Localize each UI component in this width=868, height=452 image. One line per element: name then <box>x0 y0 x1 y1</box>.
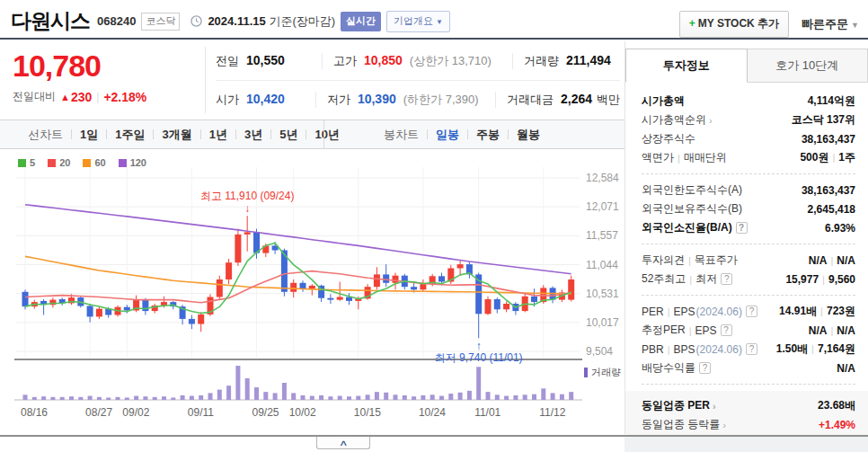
ma-legend-swatch <box>119 159 127 167</box>
divider: | <box>685 255 695 266</box>
tab-3년[interactable]: 3년 <box>236 127 270 143</box>
tab-1일[interactable]: 1일 <box>72 127 106 143</box>
divider <box>323 120 324 148</box>
info-row: PER|EPS(2024.06)?14.91배|723원 <box>642 302 855 321</box>
tab-월봉[interactable]: 월봉 <box>509 127 548 143</box>
tab-10년[interactable]: 10년 <box>306 127 347 143</box>
info-value: 15,977|9,560 <box>785 273 855 286</box>
info-label: 52주최고|최저? <box>642 271 732 287</box>
my-stock-add-button[interactable]: +MY STOCK 추가 <box>679 11 789 38</box>
divider: | <box>827 325 837 336</box>
ohlc-value: 2,264 <box>561 92 592 106</box>
volume-bar <box>125 397 129 400</box>
x-tick-label: 10/02 <box>289 406 316 419</box>
info-value: 23.68배 <box>818 398 855 413</box>
candle-body <box>22 292 29 306</box>
divider <box>205 47 206 113</box>
tab-일봉[interactable]: 일봉 <box>428 127 467 143</box>
candle-body <box>300 283 306 288</box>
info-row: 외국인보유주식수(B)2,645,418 <box>642 199 855 218</box>
tab-봉차트: 봉차트 <box>376 127 427 143</box>
tab-주봉[interactable]: 주봉 <box>468 127 508 143</box>
help-icon[interactable]: ? <box>721 273 732 285</box>
info-value: N/A|N/A <box>809 324 855 337</box>
clock-icon <box>190 15 202 27</box>
info-row: 상장주식수38,163,437 <box>642 129 855 148</box>
info-label: 동일업종 PER› <box>642 398 716 413</box>
candlestick-chart: 12,58412,07111,55711,04410,53110,0179,50… <box>0 149 624 434</box>
ma20-line <box>25 271 571 303</box>
candle-chart-tabs: 봉차트일봉주봉월봉 <box>376 120 548 148</box>
candle-body <box>124 307 130 311</box>
ma-legend-swatch <box>83 159 91 167</box>
x-tick-label: 08/16 <box>21 406 48 419</box>
volume-bar <box>291 393 296 400</box>
x-tick-label: 09/11 <box>188 406 214 419</box>
company-overview-button[interactable]: 기업개요▼ <box>386 11 450 32</box>
candle-body <box>503 304 509 309</box>
stock-code: 068240 <box>97 14 136 28</box>
chevron-right-icon[interactable]: › <box>709 115 713 126</box>
volume-legend: 거래량 <box>584 366 621 379</box>
ohlc-cell: 저가10,390(하한가 7,390) <box>315 92 495 108</box>
ma-legend-label: 120 <box>130 157 146 168</box>
ma-legend-item: 60 <box>83 157 105 168</box>
bottom-strip <box>624 437 868 452</box>
panel-tab-투자정보[interactable]: 투자정보 <box>625 49 748 83</box>
chevron-down-icon: ▼ <box>851 21 859 30</box>
collapse-chart-button[interactable]: ∧ <box>316 437 370 449</box>
tab-5년[interactable]: 5년 <box>271 127 306 143</box>
help-icon[interactable]: ? <box>736 222 748 234</box>
info-row: 시가총액순위›코스닥 137위 <box>642 111 855 129</box>
chevron-right-icon[interactable]: › <box>713 401 716 412</box>
volume-bar <box>97 397 102 400</box>
ohlc-cell: 거래대금2,264백만 <box>495 92 620 108</box>
ma-legend-swatch <box>18 159 26 167</box>
volume-bar <box>199 395 203 400</box>
info-value: 38,163,437 <box>802 184 855 197</box>
ma-legend-item: 20 <box>48 157 70 168</box>
tab-1주일[interactable]: 1주일 <box>107 127 153 143</box>
chevron-up-icon: ∧ <box>339 439 349 447</box>
ohlc-value: 10,420 <box>246 92 285 106</box>
volume-legend-icon <box>584 368 588 377</box>
volume-bar <box>143 396 147 400</box>
info-label: PBR|BPS(2024.06)? <box>642 343 757 356</box>
help-icon[interactable]: ? <box>746 343 757 355</box>
ohlc-row: 전일10,550고가10,850(상한가 13,710)거래량211,494 <box>216 41 620 80</box>
realtime-badge[interactable]: 실시간 <box>341 12 381 31</box>
ohlc-cell: 시가10,420 <box>216 92 315 108</box>
info-label: 외국인한도주식수(A) <box>642 182 742 198</box>
info-row: 배당수익률?N/A <box>642 359 855 377</box>
ma-legend-item: 120 <box>119 157 146 168</box>
volume-bar <box>301 395 306 400</box>
help-icon[interactable]: ? <box>746 306 757 317</box>
divider <box>642 173 855 174</box>
info-label-date: (2024.06) <box>696 343 742 356</box>
candle-body <box>189 319 195 324</box>
volume-bar <box>41 396 46 400</box>
tab-3개월[interactable]: 3개월 <box>154 127 199 143</box>
chevron-right-icon[interactable]: › <box>722 420 726 430</box>
ohlc-row: 시가10,420저가10,390(하한가 7,390)거래대금2,264백만 <box>216 80 620 119</box>
volume-bar <box>235 366 240 400</box>
candle-body <box>217 279 223 297</box>
divider: | <box>686 325 695 336</box>
volume-bar <box>32 397 37 400</box>
panel-tab-호가 10단계[interactable]: 호가 10단계 <box>748 49 868 83</box>
candle-body <box>290 283 297 292</box>
volume-bar <box>384 393 388 400</box>
volume-bar <box>134 396 138 400</box>
help-icon[interactable]: ? <box>699 362 711 374</box>
info-row: 투자의견|목표주가N/A|N/A <box>642 251 855 270</box>
tab-1년[interactable]: 1년 <box>201 127 235 143</box>
ohlc-label: 전일 <box>216 53 239 69</box>
y-tick-label: 10,017 <box>586 316 619 329</box>
x-tick-label: 09/25 <box>252 406 279 419</box>
market-badge: 코스닥 <box>141 13 180 31</box>
quick-order-button[interactable]: 빠른주문▼ <box>802 16 859 32</box>
info-label: 시가총액순위› <box>642 112 713 128</box>
change-percent: +2.18% <box>103 90 146 104</box>
candle-body <box>337 297 343 300</box>
help-icon[interactable]: ? <box>721 324 732 336</box>
